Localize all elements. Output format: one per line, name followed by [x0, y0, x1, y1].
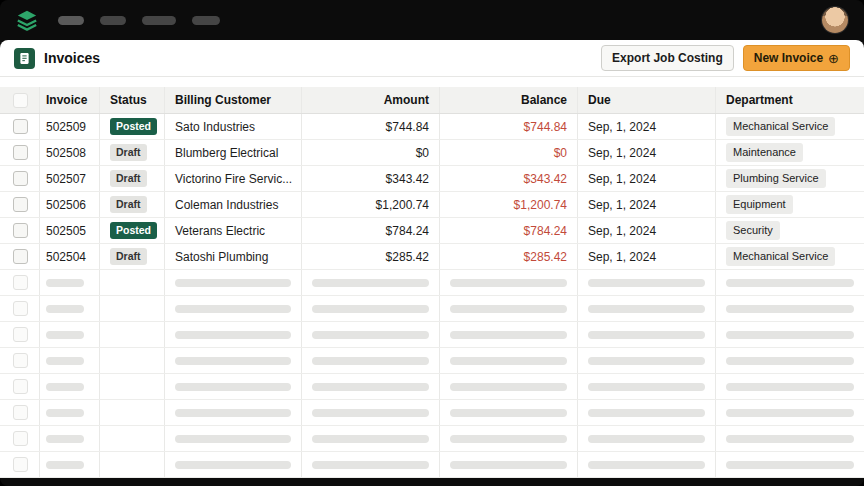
- skeleton-bar: [312, 331, 429, 339]
- skeleton-department-cell: [716, 348, 864, 373]
- department-cell: Mechanical Service: [716, 244, 864, 269]
- skeleton-status-cell: [100, 270, 165, 295]
- table-row[interactable]: 502508 Draft Blumberg Electrical $0 $0 S…: [0, 140, 864, 166]
- skeleton-checkbox-cell: [0, 374, 40, 399]
- skeleton-department-cell: [716, 270, 864, 295]
- skeleton-amount-cell: [302, 452, 440, 477]
- skeleton-row: [0, 374, 864, 400]
- table-row[interactable]: 502504 Draft Satoshi Plumbing $285.42 $2…: [0, 244, 864, 270]
- row-checkbox-cell: [0, 218, 40, 243]
- column-header-customer[interactable]: Billing Customer: [165, 87, 302, 113]
- nav-placeholder: [100, 16, 126, 25]
- skeleton-row: [0, 426, 864, 452]
- skeleton-bar: [312, 279, 429, 287]
- skeleton-customer-cell: [165, 322, 302, 347]
- skeleton-bar: [588, 383, 705, 391]
- skeleton-bar: [175, 305, 291, 313]
- new-invoice-button[interactable]: New Invoice ⊕: [743, 45, 850, 71]
- skeleton-checkbox-cell: [0, 452, 40, 477]
- row-checkbox[interactable]: [13, 249, 28, 264]
- skeleton-bar: [726, 331, 854, 339]
- invoice-number-cell: 502506: [40, 192, 100, 217]
- skeleton-due-cell: [578, 270, 716, 295]
- row-checkbox[interactable]: [13, 145, 28, 160]
- customer-cell: Blumberg Electrical: [165, 140, 302, 165]
- row-checkbox[interactable]: [13, 171, 28, 186]
- amount-cell: $784.24: [302, 218, 440, 243]
- due-cell: Sep, 1, 2024: [578, 244, 716, 269]
- column-header-amount[interactable]: Amount: [302, 87, 440, 113]
- row-checkbox[interactable]: [13, 119, 28, 134]
- skeleton-bar: [588, 409, 705, 417]
- customer-cell: Veterans Electric: [165, 218, 302, 243]
- skeleton-checkbox: [13, 457, 28, 472]
- skeleton-due-cell: [578, 400, 716, 425]
- skeleton-due-cell: [578, 296, 716, 321]
- skeleton-customer-cell: [165, 426, 302, 451]
- skeleton-bar: [46, 409, 84, 417]
- avatar[interactable]: [822, 7, 848, 33]
- skeleton-invoice-cell: [40, 296, 100, 321]
- skeleton-status-cell: [100, 296, 165, 321]
- column-header-invoice[interactable]: Invoice: [40, 87, 100, 113]
- nav-placeholder: [142, 16, 176, 25]
- skeleton-amount-cell: [302, 322, 440, 347]
- table-row[interactable]: 502505 Posted Veterans Electric $784.24 …: [0, 218, 864, 244]
- due-cell: Sep, 1, 2024: [578, 218, 716, 243]
- invoices-table: Invoice Status Billing Customer Amount B…: [0, 87, 864, 478]
- row-checkbox[interactable]: [13, 223, 28, 238]
- column-header-status[interactable]: Status: [100, 87, 165, 113]
- skeleton-bar: [46, 279, 84, 287]
- row-checkbox-cell: [0, 114, 40, 139]
- skeleton-due-cell: [578, 426, 716, 451]
- select-all-checkbox[interactable]: [13, 93, 28, 108]
- skeleton-checkbox-cell: [0, 270, 40, 295]
- skeleton-bar: [46, 435, 84, 443]
- skeleton-balance-cell: [440, 348, 578, 373]
- skeleton-bar: [450, 409, 567, 417]
- department-badge: Equipment: [726, 195, 793, 213]
- department-cell: Mechanical Service: [716, 114, 864, 139]
- department-badge: Plumbing Service: [726, 169, 826, 187]
- table-row[interactable]: 502506 Draft Coleman Industries $1,200.7…: [0, 192, 864, 218]
- status-badge: Posted: [110, 222, 157, 239]
- skeleton-bar: [726, 383, 854, 391]
- skeleton-invoice-cell: [40, 270, 100, 295]
- status-cell: Posted: [100, 218, 165, 243]
- table-row[interactable]: 502509 Posted Sato Industries $744.84 $7…: [0, 114, 864, 140]
- skeleton-department-cell: [716, 400, 864, 425]
- skeleton-bar: [312, 409, 429, 417]
- department-badge: Security: [726, 221, 780, 239]
- skeleton-bar: [175, 409, 291, 417]
- skeleton-due-cell: [578, 348, 716, 373]
- skeleton-department-cell: [716, 296, 864, 321]
- amount-cell: $744.84: [302, 114, 440, 139]
- balance-cell: $0: [440, 140, 578, 165]
- skeleton-balance-cell: [440, 426, 578, 451]
- skeleton-bar: [450, 461, 567, 469]
- skeleton-department-cell: [716, 426, 864, 451]
- skeleton-balance-cell: [440, 374, 578, 399]
- row-checkbox[interactable]: [13, 197, 28, 212]
- skeleton-balance-cell: [440, 270, 578, 295]
- column-header-department[interactable]: Department: [716, 87, 864, 113]
- table-row[interactable]: 502507 Draft Victorino Fire Servic... $3…: [0, 166, 864, 192]
- skeleton-row: [0, 296, 864, 322]
- customer-cell: Sato Industries: [165, 114, 302, 139]
- skeleton-customer-cell: [165, 296, 302, 321]
- skeleton-bar: [46, 305, 84, 313]
- status-badge: Draft: [110, 248, 147, 265]
- status-cell: Draft: [100, 192, 165, 217]
- layers-logo-icon[interactable]: [16, 9, 38, 31]
- skeleton-row: [0, 270, 864, 296]
- table-body: 502509 Posted Sato Industries $744.84 $7…: [0, 114, 864, 478]
- skeleton-balance-cell: [440, 296, 578, 321]
- skeleton-amount-cell: [302, 426, 440, 451]
- skeleton-bar: [450, 331, 567, 339]
- column-header-due[interactable]: Due: [578, 87, 716, 113]
- column-header-balance[interactable]: Balance: [440, 87, 578, 113]
- export-job-costing-button[interactable]: Export Job Costing: [601, 45, 734, 71]
- page-header: Invoices Export Job Costing New Invoice …: [0, 40, 864, 77]
- skeleton-amount-cell: [302, 270, 440, 295]
- skeleton-bar: [175, 383, 291, 391]
